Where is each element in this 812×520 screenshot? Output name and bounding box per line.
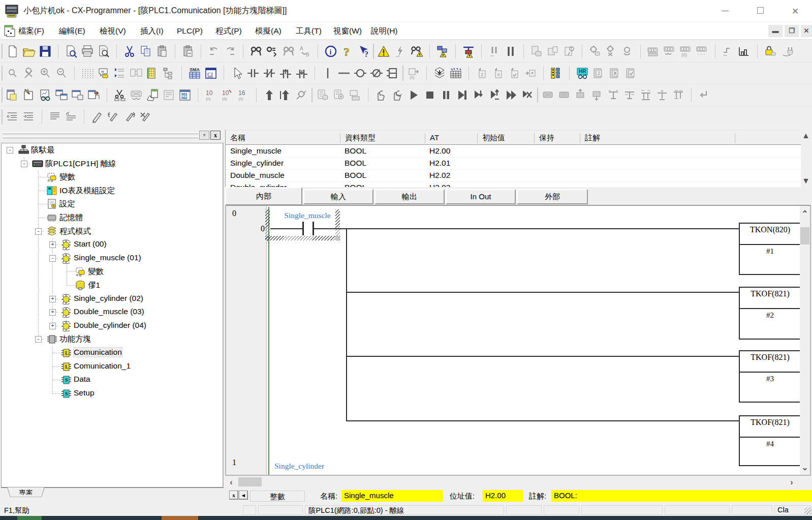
tree-item-label[interactable]: Double_muscle (03) xyxy=(74,307,144,316)
column-header-名稱[interactable]: 名稱 xyxy=(226,133,340,143)
tree-item-Comunication[interactable]: LComunication xyxy=(2,346,223,360)
open-file-icon[interactable] xyxy=(21,43,37,59)
var-tab-內部[interactable]: 內部 xyxy=(225,187,302,205)
tbar3-icon[interactable] xyxy=(638,87,654,103)
fb-tkof-4[interactable]: TKOF(821) #4 xyxy=(739,415,800,466)
find-warning-icon[interactable] xyxy=(409,43,425,59)
step-next-icon[interactable] xyxy=(454,87,471,103)
name-field[interactable]: Single_muscle xyxy=(341,490,443,502)
justify1-icon[interactable] xyxy=(47,109,63,125)
tree-item-陔馱最[interactable]: -陔馱最 xyxy=(2,143,223,157)
compare-gear1-icon[interactable] xyxy=(587,43,603,59)
pen1-icon[interactable] xyxy=(89,109,105,125)
tree-item-Single_muscle (01)[interactable]: -Single_muscle (01) xyxy=(2,252,223,265)
compile-warning-icon[interactable] xyxy=(376,43,392,59)
network-warning-icon[interactable] xyxy=(434,43,451,59)
table-row-Single_muscle[interactable]: Single_muscleBOOLH2.00 xyxy=(226,145,801,158)
column-header-註解[interactable]: 註解 xyxy=(580,133,735,143)
mesh-box1-icon[interactable] xyxy=(540,87,556,103)
table-row-Double_cylinder[interactable]: Double_cylinderBOOLH2.03 xyxy=(226,182,801,187)
hand-point-icon[interactable] xyxy=(144,87,161,103)
binary-window-icon[interactable]: 001002 xyxy=(177,87,193,103)
ladder-vscrollbar[interactable]: ⌃ ⌄ xyxy=(800,206,810,475)
play-icon[interactable] xyxy=(405,87,422,103)
find-report-icon[interactable] xyxy=(63,43,79,59)
menu-6[interactable]: 程式(P) xyxy=(215,25,242,37)
coil-nc-icon[interactable] xyxy=(368,65,385,81)
tree-item-label[interactable]: Comunication xyxy=(74,348,122,357)
rung-yellow-icon[interactable] xyxy=(144,65,161,81)
tree-item-label[interactable]: 變數 xyxy=(88,266,104,277)
tree-item-label[interactable]: Single_cylinder (02) xyxy=(74,294,143,303)
var-tab-In Out[interactable]: In Out xyxy=(446,189,516,204)
menu-7[interactable]: 模擬(A) xyxy=(255,25,282,37)
fb-tkof-2[interactable]: TKOF(821) #2 xyxy=(739,287,800,340)
cursor-icon[interactable] xyxy=(229,65,245,81)
tree-item-陔PLC1[CP1H] 離線[interactable]: -陔PLC1[CP1H] 離線 xyxy=(2,157,223,171)
copy-icon[interactable] xyxy=(138,43,154,59)
column-header-保持[interactable]: 保持 xyxy=(534,133,580,143)
tree-item-Start (00)[interactable]: +Start (00) xyxy=(2,238,223,252)
tree-item-label[interactable]: Comunication_1 xyxy=(74,361,131,371)
door-x-icon[interactable] xyxy=(607,65,623,81)
maximize-button[interactable] xyxy=(749,0,772,21)
tbar4-icon[interactable] xyxy=(654,87,670,103)
dec10b-icon[interactable]: 10(6) xyxy=(219,87,235,103)
column-header-AT[interactable]: AT xyxy=(425,133,477,143)
page-dot-icon[interactable] xyxy=(522,65,539,81)
pause-icon[interactable] xyxy=(503,43,519,59)
hammer-window-icon[interactable] xyxy=(21,87,37,103)
hand1-icon[interactable] xyxy=(373,87,389,103)
door-check-icon[interactable] xyxy=(623,65,639,81)
var-tab-輸出[interactable]: 輸出 xyxy=(374,189,445,204)
compare-gear3-icon[interactable] xyxy=(619,43,636,59)
ladder-editor[interactable]: 0 0 1 Single_muscle TKON(820) #1 TKOF(82… xyxy=(225,205,811,476)
mdi-close-button[interactable]: ✕ xyxy=(801,25,812,37)
info-icon[interactable]: i xyxy=(323,43,339,59)
stop-icon[interactable] xyxy=(422,87,438,103)
page-x-icon[interactable]: X xyxy=(490,65,506,81)
split-scissors-icon[interactable] xyxy=(112,87,128,103)
memory2-icon[interactable] xyxy=(662,43,678,59)
horizontal-line-icon[interactable] xyxy=(336,65,352,81)
return-icon[interactable] xyxy=(696,87,712,103)
new-file-icon[interactable] xyxy=(5,43,21,59)
find-replace-icon[interactable] xyxy=(264,43,280,59)
instr-box-icon[interactable] xyxy=(385,65,401,81)
collapse-icon[interactable]: - xyxy=(21,161,27,167)
print-preview-icon[interactable] xyxy=(96,43,112,59)
scroll-left-icon[interactable]: ‹ xyxy=(226,478,236,487)
compare-gear2-icon[interactable] xyxy=(603,43,619,59)
contact-up-icon[interactable] xyxy=(277,65,294,81)
menu-10[interactable]: 說明(H) xyxy=(371,25,398,37)
tree-item-label[interactable]: IO表及模組設定 xyxy=(59,186,115,196)
menu-8[interactable]: 工具(T) xyxy=(296,25,322,37)
fast-forward-icon[interactable] xyxy=(503,87,519,103)
up-arrow2-icon[interactable] xyxy=(277,87,294,103)
tree-item-IO表及模組設定[interactable]: IO表及模組設定 xyxy=(2,184,223,198)
print-icon[interactable] xyxy=(79,43,96,59)
menu-2[interactable]: 編輯(E) xyxy=(59,25,85,37)
memory1-icon[interactable] xyxy=(645,43,662,59)
tree-item-label[interactable]: 陔PLC1[CP1H] 離線 xyxy=(45,159,116,169)
ci-window-icon[interactable]: CI xyxy=(203,65,219,81)
fb-tkof-3[interactable]: TKOF(821) #3 xyxy=(739,350,800,403)
redo-icon[interactable] xyxy=(222,43,238,59)
var-tab-輸入[interactable]: 輸入 xyxy=(303,189,373,204)
page-z-icon[interactable]: Z xyxy=(474,65,490,81)
find-icon[interactable] xyxy=(248,43,264,59)
tree-item-label[interactable]: 僇1 xyxy=(88,280,100,291)
menu-5[interactable]: PLC(P) xyxy=(177,25,203,37)
tbar1-icon[interactable] xyxy=(605,87,621,103)
collapse-icon[interactable]: - xyxy=(7,147,13,154)
sma-table-icon[interactable]: SMA xyxy=(186,65,203,81)
tbar5-icon[interactable] xyxy=(670,87,686,103)
tree-item-Data[interactable]: SData xyxy=(2,373,223,387)
search-gray-icon[interactable] xyxy=(280,43,297,59)
page-check-icon[interactable] xyxy=(506,65,522,81)
tree-item-label[interactable]: Double_cylinder (04) xyxy=(74,321,146,330)
mesh-box4-icon[interactable] xyxy=(589,87,605,103)
multi-step-icon[interactable] xyxy=(736,43,753,59)
tree-item-label[interactable]: 陔馱最 xyxy=(31,145,55,156)
transfer-doc3-icon[interactable] xyxy=(561,43,577,59)
